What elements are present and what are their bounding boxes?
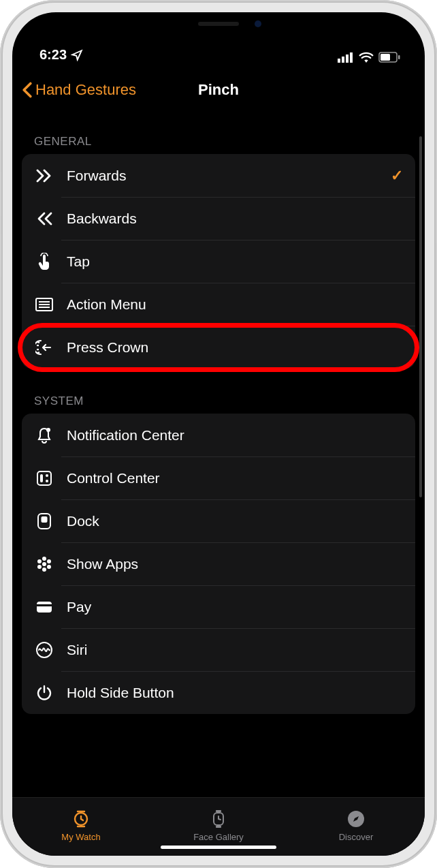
- group-system: Notification Center Control Center: [22, 414, 415, 714]
- watch-icon: [71, 809, 91, 829]
- row-hold-side-button[interactable]: Hold Side Button: [22, 671, 415, 714]
- row-siri[interactable]: Siri: [22, 628, 415, 671]
- row-dock[interactable]: Dock: [22, 499, 415, 542]
- tab-face-gallery[interactable]: Face Gallery: [150, 798, 287, 853]
- svg-rect-22: [42, 516, 48, 523]
- notch: [140, 12, 297, 35]
- chevrons-left-icon: [34, 208, 54, 229]
- row-control-center[interactable]: Control Center: [22, 456, 415, 499]
- content-scroll[interactable]: GENERAL Forwards ✓: [12, 109, 425, 797]
- row-apple-pay[interactable]: Pay: [22, 585, 415, 628]
- svg-point-25: [47, 559, 51, 563]
- svg-rect-31: [37, 604, 52, 606]
- tab-label: My Watch: [61, 832, 100, 842]
- svg-point-26: [42, 562, 46, 566]
- tap-hand-icon: [34, 251, 54, 272]
- tab-discover[interactable]: Discover: [287, 798, 425, 853]
- device-frame: 6:23: [0, 0, 437, 868]
- svg-rect-6: [398, 55, 400, 59]
- nav-bar: Hand Gestures Pinch: [12, 71, 425, 109]
- check-icon: ✓: [391, 167, 403, 185]
- svg-point-20: [46, 480, 48, 482]
- location-icon: [71, 49, 83, 61]
- svg-point-23: [42, 557, 46, 561]
- section-header-system: SYSTEM: [22, 369, 415, 414]
- svg-point-24: [37, 559, 42, 563]
- control-center-icon: [34, 468, 54, 489]
- row-label: Hold Side Button: [67, 685, 403, 701]
- device-volume-up: [0, 170, 1, 218]
- screen: 6:23: [12, 12, 425, 856]
- siri-icon: [34, 640, 54, 660]
- battery-icon: [378, 52, 400, 63]
- discover-icon: [346, 809, 366, 829]
- apps-grid-icon: [34, 554, 54, 574]
- row-label: Dock: [67, 513, 403, 529]
- svg-rect-37: [216, 826, 221, 828]
- action-menu-icon: [34, 294, 54, 315]
- wallet-icon: [34, 597, 54, 617]
- tab-label: Discover: [339, 832, 374, 842]
- bell-icon: [34, 425, 54, 446]
- svg-point-28: [47, 565, 51, 569]
- svg-rect-1: [342, 57, 344, 63]
- section-header-general: GENERAL: [22, 109, 415, 154]
- svg-rect-5: [381, 54, 390, 61]
- row-show-apps[interactable]: Show Apps: [22, 542, 415, 585]
- row-label: Tap: [67, 253, 403, 270]
- dock-icon: [34, 511, 54, 531]
- row-label: Show Apps: [67, 556, 403, 572]
- svg-rect-17: [37, 471, 51, 485]
- row-tap[interactable]: Tap: [22, 240, 415, 283]
- row-label: Press Crown: [67, 339, 403, 356]
- row-label: Notification Center: [67, 427, 403, 444]
- chevrons-right-icon: [34, 166, 54, 186]
- svg-rect-18: [40, 474, 43, 482]
- svg-line-14: [37, 352, 39, 353]
- row-backwards[interactable]: Backwards: [22, 197, 415, 240]
- face-gallery-icon: [210, 809, 227, 829]
- power-icon: [34, 683, 54, 703]
- tab-my-watch[interactable]: My Watch: [12, 798, 150, 853]
- status-time: 6:23: [39, 47, 67, 63]
- home-indicator[interactable]: [161, 846, 276, 849]
- svg-line-11: [37, 342, 39, 343]
- row-label: Control Center: [67, 470, 403, 486]
- chevron-left-icon: [22, 82, 33, 98]
- row-forwards[interactable]: Forwards ✓: [22, 154, 415, 197]
- svg-rect-3: [350, 52, 353, 63]
- wifi-icon: [359, 52, 374, 63]
- back-button[interactable]: Hand Gestures: [22, 81, 136, 99]
- svg-point-19: [46, 474, 48, 477]
- row-press-crown[interactable]: Press Crown: [22, 326, 415, 369]
- cellular-icon: [338, 52, 354, 63]
- svg-rect-0: [338, 59, 340, 63]
- row-label: Backwards: [67, 211, 403, 227]
- svg-rect-2: [346, 55, 349, 63]
- back-label: Hand Gestures: [35, 81, 136, 99]
- group-general: Forwards ✓ Backwards: [22, 154, 415, 369]
- row-label: Siri: [67, 642, 403, 658]
- device-volume-down: [0, 232, 1, 279]
- svg-rect-36: [216, 810, 221, 812]
- press-crown-icon: [34, 337, 54, 358]
- svg-point-16: [46, 428, 50, 432]
- row-label: Pay: [67, 599, 403, 615]
- device-mute-switch: [0, 116, 1, 143]
- row-label: Action Menu: [67, 296, 403, 313]
- row-notification-center[interactable]: Notification Center: [22, 414, 415, 456]
- svg-point-29: [42, 568, 46, 572]
- svg-rect-30: [37, 602, 52, 613]
- scrollbar[interactable]: [419, 136, 422, 497]
- row-action-menu[interactable]: Action Menu: [22, 283, 415, 326]
- svg-point-27: [37, 565, 42, 569]
- tab-label: Face Gallery: [193, 832, 244, 842]
- row-label: Forwards: [67, 168, 391, 184]
